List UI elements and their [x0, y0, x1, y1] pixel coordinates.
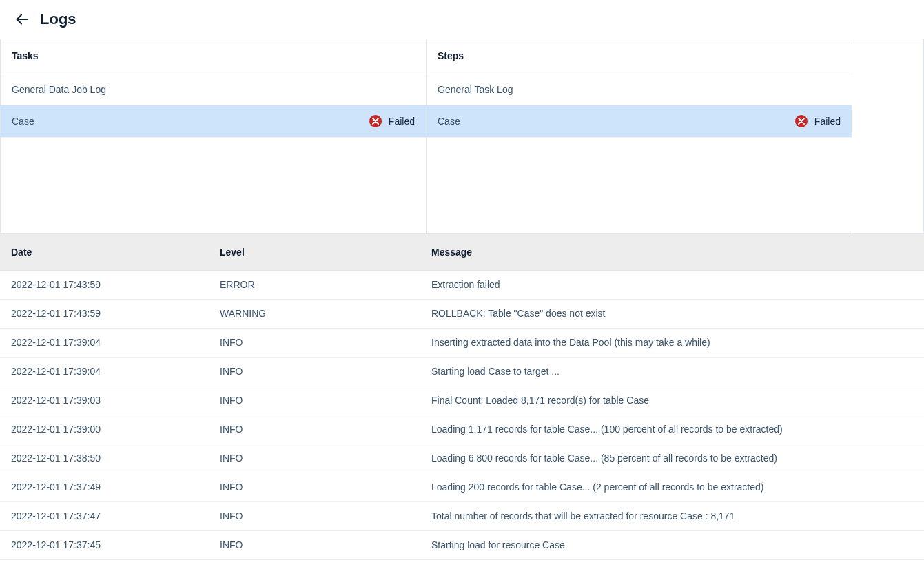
- tasks-item-case[interactable]: Case Failed: [1, 105, 426, 138]
- log-cell-level: INFO: [220, 531, 431, 559]
- tasks-pane: Tasks General Data Job Log Case Failed: [0, 39, 427, 233]
- log-cell-date: [11, 560, 220, 569]
- log-cell-date: 2022-12-01 17:39:00: [11, 415, 220, 444]
- steps-item-label: Case: [438, 116, 460, 127]
- log-cell-date: 2022-12-01 17:43:59: [11, 300, 220, 328]
- steps-pane-title: Steps: [427, 39, 852, 74]
- log-cell-level: INFO: [220, 386, 431, 415]
- log-cell-level: INFO: [220, 444, 431, 473]
- log-cell-message: Loading 6,800 records for table Case... …: [431, 444, 913, 473]
- log-cell-message: Inserting extracted data into the Data P…: [431, 329, 913, 357]
- back-arrow-icon[interactable]: [12, 10, 32, 29]
- log-cell-message: Loading 1,171 records for table Case... …: [431, 415, 913, 444]
- log-cell-message: Starting load for resource Case: [431, 531, 913, 559]
- steps-item-case[interactable]: Case Failed: [427, 105, 852, 138]
- log-cell-date: 2022-12-01 17:37:49: [11, 473, 220, 501]
- log-cell-date: 2022-12-01 17:37:47: [11, 502, 220, 530]
- log-row[interactable]: 2022-12-01 17:37:49INFOLoading 200 recor…: [0, 473, 924, 502]
- log-cell-level: [220, 560, 431, 569]
- log-row[interactable]: 2022-12-01 17:39:04INFOInserting extract…: [0, 329, 924, 358]
- log-cell-message: Loading 200 records for table Case... (2…: [431, 473, 913, 501]
- tasks-item-label: Case: [12, 116, 34, 127]
- tasks-item-status: Failed: [389, 116, 415, 127]
- log-row[interactable]: 2022-12-01 17:39:04INFOStarting load Cas…: [0, 358, 924, 386]
- log-row[interactable]: 2022-12-01 17:43:59ERRORExtraction faile…: [0, 271, 924, 300]
- log-cell-message: ROLLBACK: Table "Case" does not exist: [431, 300, 913, 328]
- log-cell-message: Total number of records that will be ext…: [431, 502, 913, 530]
- log-row[interactable]: 2022-12-01 17:37:47INFOTotal number of r…: [0, 502, 924, 531]
- steps-pane: Steps General Task Log Case Failed: [427, 39, 852, 233]
- tasks-item-general[interactable]: General Data Job Log: [1, 74, 426, 105]
- log-row[interactable]: 2022-12-01 17:39:00INFOLoading 1,171 rec…: [0, 415, 924, 444]
- log-cell-message: Extraction failed: [431, 271, 913, 299]
- log-cell-date: 2022-12-01 17:39:04: [11, 358, 220, 386]
- page-title: Logs: [40, 10, 76, 28]
- log-cell-message: Final Count: Loaded 8,171 record(s) for …: [431, 386, 913, 415]
- log-cell-level: INFO: [220, 473, 431, 501]
- error-icon: [369, 115, 382, 127]
- log-cell-level: INFO: [220, 329, 431, 357]
- page-header: Logs: [0, 0, 924, 39]
- log-cell-message: Starting load Case to target ...: [431, 358, 913, 386]
- steps-item-status: Failed: [814, 116, 841, 127]
- log-cell-date: 2022-12-01 17:39:03: [11, 386, 220, 415]
- log-cell-level: INFO: [220, 358, 431, 386]
- log-row[interactable]: 2022-12-01 17:37:45INFOStarting load for…: [0, 531, 924, 560]
- log-row[interactable]: 2022-12-01 17:43:59WARNINGROLLBACK: Tabl…: [0, 300, 924, 329]
- col-header-message[interactable]: Message: [431, 234, 913, 270]
- col-header-date[interactable]: Date: [11, 234, 220, 270]
- tasks-pane-title: Tasks: [1, 39, 426, 74]
- log-cell-message: Table Configuration: --- name: "Case" re…: [431, 560, 913, 569]
- error-icon: [795, 115, 808, 127]
- log-row[interactable]: 2022-12-01 17:39:03INFOFinal Count: Load…: [0, 386, 924, 415]
- log-table-header: Date Level Message: [0, 234, 924, 271]
- steps-item-general[interactable]: General Task Log: [427, 74, 852, 105]
- log-table-body: 2022-12-01 17:43:59ERRORExtraction faile…: [0, 271, 924, 569]
- log-row[interactable]: Table Configuration: --- name: "Case" re…: [0, 560, 924, 569]
- col-header-level[interactable]: Level: [220, 234, 431, 270]
- log-row[interactable]: 2022-12-01 17:38:50INFOLoading 6,800 rec…: [0, 444, 924, 473]
- log-cell-date: 2022-12-01 17:37:45: [11, 531, 220, 559]
- right-empty-pane: [852, 39, 924, 233]
- log-cell-level: INFO: [220, 502, 431, 530]
- log-cell-level: WARNING: [220, 300, 431, 328]
- steps-item-label: General Task Log: [438, 84, 513, 95]
- tasks-item-label: General Data Job Log: [12, 84, 106, 95]
- log-cell-date: 2022-12-01 17:39:04: [11, 329, 220, 357]
- log-cell-date: 2022-12-01 17:38:50: [11, 444, 220, 473]
- log-cell-level: INFO: [220, 415, 431, 444]
- log-cell-date: 2022-12-01 17:43:59: [11, 271, 220, 299]
- log-cell-level: ERROR: [220, 271, 431, 299]
